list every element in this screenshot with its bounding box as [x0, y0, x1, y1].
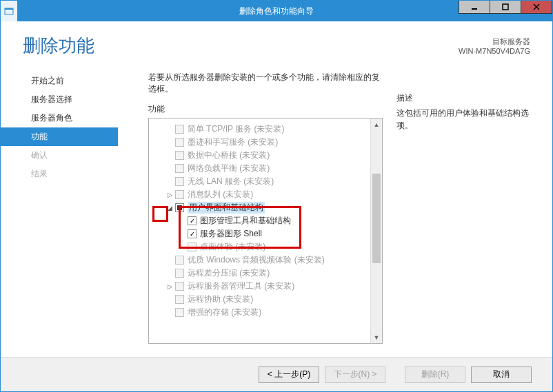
tree-row[interactable]: 增强的存储 (未安装): [153, 306, 379, 319]
wizard-step: 确认: [1, 146, 118, 165]
checkbox[interactable]: ✓: [188, 216, 197, 225]
expand-icon[interactable]: ▷: [165, 191, 174, 199]
scroll-down-icon[interactable]: ▼: [371, 331, 382, 343]
wizard-steps: 开始之前服务器选择服务器角色功能确认结果: [1, 68, 118, 344]
wizard-step[interactable]: 功能: [1, 127, 118, 146]
scroll-up-icon[interactable]: ▲: [371, 118, 382, 130]
description-text: 这包括可用的用户体验和基础结构选项。: [396, 107, 533, 132]
wizard-step[interactable]: 开始之前: [1, 72, 118, 90]
target-name: WIN-M7N50V4DA7G: [459, 47, 530, 55]
tree-label[interactable]: 桌面体验 (未安装): [200, 241, 265, 253]
remove-button[interactable]: 删除(R): [405, 367, 465, 383]
wizard-step: 结果: [1, 165, 118, 183]
collapse-icon[interactable]: ◢: [165, 204, 174, 212]
wizard-footer: < 上一步(P) 下一步(N) > 删除(R) 取消: [1, 357, 552, 391]
tree-label[interactable]: 图形管理工具和基础结构: [200, 215, 291, 227]
scrollbar-vertical[interactable]: ▲ ▼: [370, 118, 382, 343]
scroll-thumb[interactable]: [372, 174, 381, 263]
tree-label[interactable]: 增强的存储 (未安装): [188, 307, 261, 318]
close-button[interactable]: [521, 0, 552, 14]
checkbox: [175, 282, 184, 291]
intro-text: 若要从所选服务器删除安装的一个或多个功能，请清除相应的复选框。: [148, 72, 383, 95]
tree-label[interactable]: 远程差分压缩 (未安装): [188, 267, 270, 279]
page-title: 删除功能: [23, 34, 94, 58]
features-label: 功能: [148, 103, 383, 115]
tree-row[interactable]: ◢用户界面和基础结构: [153, 201, 379, 214]
tree-label[interactable]: 远程服务器管理工具 (未安装): [188, 280, 294, 292]
checkbox: [175, 125, 184, 134]
expand-icon[interactable]: ▷: [165, 282, 174, 291]
tree-row[interactable]: ✓服务器图形 Shell: [153, 227, 379, 240]
minimize-button[interactable]: [459, 0, 490, 14]
tree-label[interactable]: 优质 Windows 音频视频体验 (未安装): [188, 254, 325, 266]
checkbox: [175, 151, 184, 160]
titlebar: 删除角色和功能向导: [1, 1, 552, 21]
target-server-info: 目标服务器 WIN-M7N50V4DA7G: [459, 34, 530, 58]
tree-row[interactable]: 网络负载平衡 (未安装): [153, 162, 379, 175]
tree-row[interactable]: 无线 LAN 服务 (未安装): [153, 175, 379, 188]
tree-label[interactable]: 消息队列 (未安装): [188, 189, 253, 200]
tree-label[interactable]: 用户界面和基础结构: [188, 202, 265, 214]
tree-row[interactable]: ▷远程服务器管理工具 (未安装): [153, 280, 379, 293]
tree-row[interactable]: 墨迹和手写服务 (未安装): [153, 136, 379, 149]
tree-label[interactable]: 远程协助 (未安装): [188, 293, 253, 305]
checkbox[interactable]: [175, 203, 184, 212]
target-label: 目标服务器: [459, 37, 530, 47]
tree-label[interactable]: 数据中心桥接 (未安装): [188, 149, 270, 161]
wizard-step[interactable]: 服务器选择: [1, 90, 118, 109]
tree-row[interactable]: ▷消息队列 (未安装): [153, 188, 379, 201]
tree-label[interactable]: 网络负载平衡 (未安装): [188, 163, 270, 174]
features-tree[interactable]: 简单 TCP/IP 服务 (未安装)墨迹和手写服务 (未安装)数据中心桥接 (未…: [148, 118, 383, 344]
tree-row[interactable]: 数据中心桥接 (未安装): [153, 149, 379, 162]
tree-row[interactable]: 远程协助 (未安装): [153, 293, 379, 306]
description-label: 描述: [396, 92, 533, 104]
checkbox: [175, 256, 184, 265]
tree-label[interactable]: 服务器图形 Shell: [200, 228, 262, 240]
tree-row[interactable]: 优质 Windows 音频视频体验 (未安装): [153, 254, 379, 267]
svg-rect-3: [503, 4, 508, 10]
checkbox[interactable]: ✓: [188, 229, 197, 238]
previous-button[interactable]: < 上一步(P): [259, 367, 319, 383]
checkbox: [175, 308, 184, 317]
checkbox: [175, 177, 184, 186]
tree-label[interactable]: 墨迹和手写服务 (未安装): [188, 136, 278, 148]
checkbox: [175, 138, 184, 147]
checkbox: [175, 164, 184, 173]
tree-row[interactable]: 远程差分压缩 (未安装): [153, 267, 379, 280]
checkbox: [175, 269, 184, 278]
maximize-button[interactable]: [490, 0, 521, 14]
tree-label[interactable]: 无线 LAN 服务 (未安装): [188, 176, 274, 187]
checkbox: [175, 190, 184, 199]
checkbox: [175, 295, 184, 304]
tree-row[interactable]: 简单 TCP/IP 服务 (未安装): [153, 123, 379, 136]
cancel-button[interactable]: 取消: [471, 367, 532, 383]
tree-row[interactable]: ✓图形管理工具和基础结构: [153, 214, 379, 227]
tree-row[interactable]: 桌面体验 (未安装): [153, 240, 379, 254]
header: 删除功能 目标服务器 WIN-M7N50V4DA7G: [1, 21, 552, 62]
next-button[interactable]: 下一步(N) >: [325, 367, 385, 383]
tree-label[interactable]: 简单 TCP/IP 服务 (未安装): [188, 123, 284, 135]
wizard-step[interactable]: 服务器角色: [1, 109, 118, 127]
checkbox: [188, 243, 197, 251]
